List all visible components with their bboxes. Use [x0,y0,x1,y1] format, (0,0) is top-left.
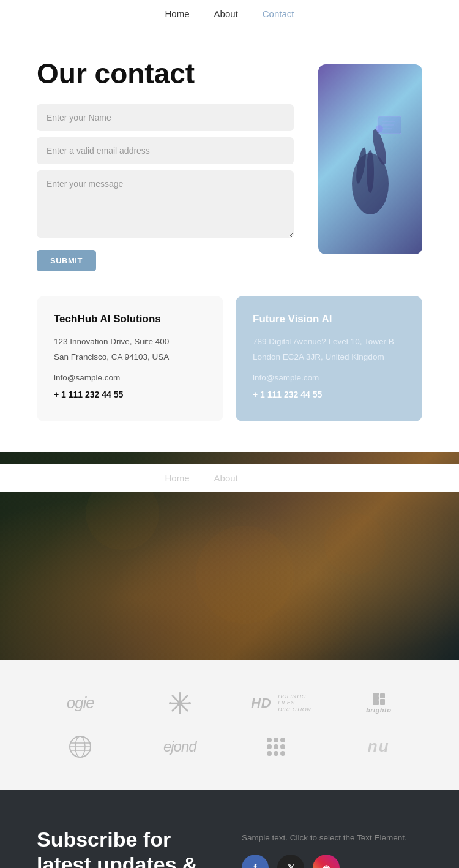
contact-image-area [318,64,422,254]
svg-point-18 [171,695,173,696]
hero-nav-home[interactable]: Home [165,473,190,483]
contact-heading: Our contact [37,58,294,89]
footer-sample-text: Sample text. Click to select the Text El… [242,833,422,842]
logo-snowflake [168,691,192,715]
footer-left: Subscribe for latest updates & insights … [37,827,217,868]
logo-globe [67,734,93,760]
svg-point-15 [179,712,181,714]
hero-nav: Home About Contact [0,464,459,492]
card-2-phone: + 1 111 232 44 55 [253,388,405,401]
logo-ejond: ejond [163,738,196,755]
svg-point-11 [196,526,294,624]
svg-point-19 [186,709,188,711]
card-2-title: Future Vision AI [253,313,405,325]
logo-ogie: ogie [67,693,94,712]
hero-nav-about[interactable]: About [214,473,238,483]
card-1-address2: San Francisco, CA 94103, USA [54,350,206,364]
message-input[interactable] [37,170,294,238]
footer-section: Subscribe for latest updates & insights … [0,790,459,868]
logo-hd: HD HOLISTICLIFESDIRECTION [247,693,311,713]
twitter-icon[interactable]: 𝕏 [277,855,304,868]
footer-heading: Subscribe for latest updates & insights [37,827,217,868]
logo-dots [267,738,291,756]
ogie-text: ogie [67,693,94,712]
contact-hero-image [318,64,422,254]
svg-point-13 [178,701,182,705]
email-input[interactable] [37,137,294,164]
svg-point-20 [186,695,188,696]
card-1-title: TechHub AI Solutions [54,313,206,325]
svg-point-17 [188,702,191,704]
logo-nu: nu [368,737,390,756]
submit-button[interactable]: SUBMIT [37,250,96,271]
svg-point-2 [367,150,374,193]
logos-section: ogie HD HOLISTICLIFESDIRECTION [0,660,459,790]
hero-banner: Home About Contact [0,452,459,660]
svg-point-12 [324,513,386,575]
main-nav: Home About Contact [0,0,459,28]
footer-right: Sample text. Click to select the Text El… [242,827,422,868]
facebook-icon[interactable]: f [242,855,269,868]
social-icons: f 𝕏 ◉ [242,855,422,868]
svg-point-14 [179,692,181,695]
card-2-address1: 789 Digital Avenue? Level 10, Tower B [253,335,405,349]
card-1-phone: + 1 111 232 44 55 [54,388,206,401]
info-cards-section: TechHub AI Solutions 123 Innovation Driv… [0,296,459,452]
contact-form-area: Our contact SUBMIT [37,58,294,271]
svg-point-21 [171,709,173,711]
nav-home[interactable]: Home [165,9,190,19]
svg-point-16 [169,702,171,704]
card-2-email: info@sample.com [253,371,405,385]
card-2-address2: London EC2A 3JR, United Kingdom [253,350,405,364]
nav-about[interactable]: About [214,9,238,19]
logo-brighto: brighto [366,693,391,714]
name-input[interactable] [37,104,294,131]
info-card-2: Future Vision AI 789 Digital Avenue? Lev… [236,296,422,421]
contact-section: Our contact SUBMIT [0,28,459,296]
card-1-address1: 123 Innovation Drive, Suite 400 [54,335,206,349]
instagram-icon[interactable]: ◉ [313,855,340,868]
info-card-1: TechHub AI Solutions 123 Innovation Driv… [37,296,223,421]
hero-nav-contact[interactable]: Contact [263,473,294,483]
card-1-email: info@sample.com [54,371,206,385]
nav-contact[interactable]: Contact [263,9,294,19]
